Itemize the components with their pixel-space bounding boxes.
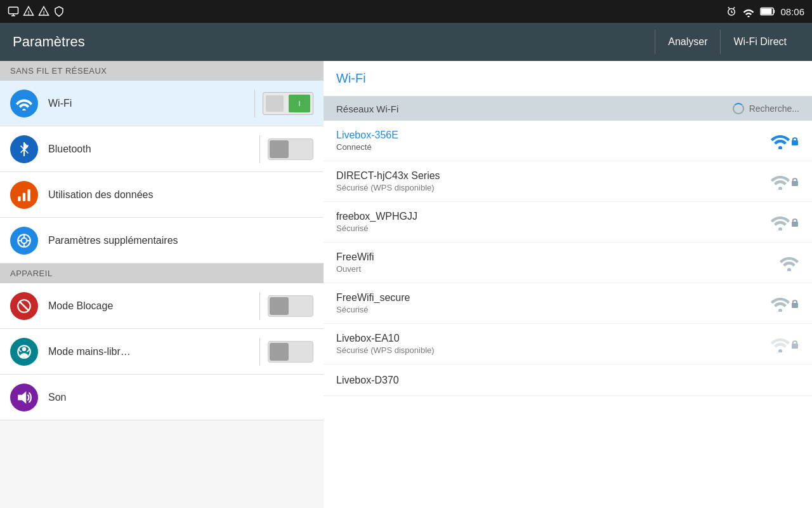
searching-text: Recherche... — [749, 104, 799, 114]
toggle-thumb — [270, 140, 289, 158]
block-icon-circle — [10, 292, 38, 320]
wifi-signal-icon — [770, 133, 790, 149]
hands-icon-circle — [10, 338, 38, 366]
network-info: DIRECT-hjC43x Series Sécurisé (WPS dispo… — [336, 170, 770, 192]
wifi-icon — [16, 97, 32, 110]
wifi-signal-icon — [770, 214, 790, 231]
block-toggle[interactable] — [268, 295, 313, 317]
svg-rect-33 — [792, 140, 798, 145]
section-wireless: Sans fil et réseaux — [0, 61, 324, 81]
network-name: Livebox-356E — [336, 130, 770, 141]
svg-line-9 — [733, 7, 735, 8]
networks-header-title: Réseaux Wi-Fi — [336, 104, 398, 114]
menu-item-data[interactable]: Utilisation des données — [0, 172, 324, 218]
network-item[interactable]: freebox_WPHGJJ Sécurisé — [324, 202, 812, 243]
network-name: Livebox-D370 — [336, 375, 799, 386]
network-info: FreeWifi_secure Sécurisé — [336, 292, 770, 314]
wifi-direct-button[interactable]: Wi-Fi Direct — [720, 30, 799, 54]
shield-icon — [53, 6, 65, 17]
signal-container — [770, 133, 799, 149]
svg-line-8 — [728, 7, 730, 8]
status-icons-right: 08:06 — [726, 6, 804, 17]
wifi-toggle[interactable]: I — [263, 92, 313, 115]
network-name: freebox_WPHGJJ — [336, 211, 770, 222]
menu-item-hands[interactable]: Mode mains-libr… — [0, 329, 324, 375]
more-icon-circle — [10, 227, 38, 255]
more-label: Paramètres supplémentaires — [48, 235, 313, 246]
networks-header: Réseaux Wi-Fi Recherche... — [324, 97, 812, 121]
svg-point-32 — [778, 146, 782, 149]
alarm-icon — [726, 6, 737, 17]
network-info: Livebox-D370 — [336, 375, 799, 386]
menu-item-block[interactable]: Mode Blocage — [0, 283, 324, 329]
network-list: Livebox-356E Connecté — [324, 121, 812, 508]
svg-point-22 — [22, 237, 27, 243]
wifi-signal-icon — [770, 336, 790, 352]
svg-text:!: ! — [28, 10, 30, 16]
svg-rect-18 — [18, 196, 20, 201]
main-content: Sans fil et réseaux Wi-Fi I — [0, 61, 812, 508]
network-name: FreeWifi — [336, 251, 779, 263]
lock-icon — [790, 298, 799, 309]
sound-icon — [16, 389, 32, 406]
network-info: Livebox-EA10 Sécurisé (WPS disponible) — [336, 333, 770, 355]
network-status: Sécurisé (WPS disponible) — [336, 183, 770, 192]
network-name: FreeWifi_secure — [336, 292, 770, 304]
left-panel: Sans fil et réseaux Wi-Fi I — [0, 61, 324, 508]
svg-point-39 — [778, 309, 782, 312]
svg-point-36 — [778, 227, 782, 231]
menu-item-wifi[interactable]: Wi-Fi I — [0, 81, 324, 126]
toggle-thumb — [270, 297, 289, 315]
toggle-thumb — [270, 343, 289, 361]
network-item[interactable]: Livebox-EA10 Sécurisé (WPS disponible) — [324, 324, 812, 364]
svg-rect-37 — [792, 222, 798, 227]
bluetooth-icon-circle — [10, 135, 38, 163]
screen-icon — [8, 6, 19, 17]
network-info: FreeWifi Ouvert — [336, 251, 779, 274]
status-icons-left: ! ! — [8, 6, 65, 17]
right-panel: Wi-Fi Réseaux Wi-Fi Recherche... Livebox… — [324, 61, 812, 508]
divider — [259, 338, 260, 366]
block-icon — [16, 298, 32, 314]
bluetooth-label: Bluetooth — [48, 144, 252, 155]
svg-point-34 — [778, 187, 782, 190]
svg-marker-31 — [18, 391, 26, 404]
hands-toggle[interactable] — [268, 341, 313, 363]
wifi-signal-icon — [779, 255, 799, 271]
app-header: Paramètres Analyser Wi-Fi Direct — [0, 23, 812, 61]
network-item[interactable]: FreeWifi Ouvert — [324, 243, 812, 283]
wifi-label: Wi-Fi — [48, 98, 247, 109]
network-item[interactable]: DIRECT-hjC43x Series Sécurisé (WPS dispo… — [324, 161, 812, 202]
svg-rect-35 — [792, 181, 798, 186]
svg-text:!: ! — [43, 10, 45, 16]
svg-rect-13 — [761, 8, 772, 14]
sound-label: Son — [48, 392, 313, 403]
analyser-button[interactable]: Analyser — [655, 30, 720, 54]
wifi-status-icon — [742, 6, 755, 17]
menu-item-bluetooth[interactable]: Bluetooth — [0, 126, 324, 172]
network-item[interactable]: Livebox-D370 — [324, 364, 812, 396]
lock-icon — [790, 339, 799, 349]
bluetooth-toggle[interactable] — [268, 138, 313, 160]
wifi-panel-title: Wi-Fi — [324, 61, 812, 97]
divider — [259, 292, 260, 320]
network-info: Livebox-356E Connecté — [336, 130, 770, 152]
network-status: Connecté — [336, 142, 770, 152]
wifi-icon-circle — [10, 90, 38, 117]
more-settings-icon — [16, 232, 32, 249]
signal-container — [770, 173, 799, 190]
hands-label: Mode mains-libr… — [48, 346, 252, 358]
network-name: Livebox-EA10 — [336, 333, 770, 344]
network-item[interactable]: Livebox-356E Connecté — [324, 121, 812, 161]
searching-indicator: Recherche... — [733, 103, 799, 114]
network-item[interactable]: FreeWifi_secure Sécurisé — [324, 283, 812, 324]
sound-icon-circle — [10, 384, 38, 411]
wifi-signal-icon — [770, 295, 790, 312]
menu-item-more[interactable]: Paramètres supplémentaires — [0, 218, 324, 264]
lock-icon — [790, 217, 799, 227]
time-display: 08:06 — [780, 6, 804, 17]
menu-item-sound[interactable]: Son — [0, 375, 324, 420]
network-status: Sécurisé — [336, 224, 770, 233]
header-actions: Analyser Wi-Fi Direct — [655, 30, 799, 54]
signal-container — [770, 214, 799, 231]
